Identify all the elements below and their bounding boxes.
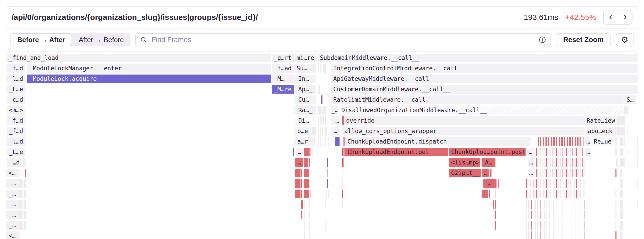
flame-frame[interactable]: _find_and_load	[7, 54, 271, 62]
flame-frame[interactable]	[304, 231, 305, 239]
flame-frame[interactable]	[538, 137, 585, 146]
flame-frame[interactable]	[616, 127, 620, 135]
flame-frame[interactable]: …	[585, 148, 591, 156]
flame-frame[interactable]	[314, 137, 315, 146]
flame-frame[interactable]	[536, 158, 585, 167]
flame-frame[interactable]: _ModuleLock.acquire	[27, 75, 271, 83]
flame-frame[interactable]	[304, 148, 309, 156]
flame-frame[interactable]	[293, 148, 294, 156]
flame-frame[interactable]: _…	[6, 200, 19, 209]
flame-frame[interactable]	[620, 221, 623, 230]
flame-frame[interactable]	[309, 231, 310, 239]
reset-zoom-button[interactable]: Reset Zoom	[556, 33, 611, 46]
flame-frame[interactable]	[19, 221, 23, 230]
flame-frame[interactable]: <…	[6, 231, 18, 239]
flame-frame[interactable]	[320, 64, 321, 73]
search-input[interactable]	[151, 36, 535, 44]
flame-frame[interactable]: …	[331, 127, 339, 135]
flame-frame[interactable]: S…	[624, 95, 636, 104]
flame-frame[interactable]	[295, 169, 301, 177]
flame-frame[interactable]: …	[527, 148, 534, 156]
flame-frame[interactable]	[536, 148, 583, 156]
flame-frame[interactable]	[526, 200, 585, 209]
flame-frame[interactable]: _f…ad	[272, 64, 294, 73]
flame-frame[interactable]	[322, 127, 323, 135]
flame-frame[interactable]	[323, 64, 326, 73]
flame-frame[interactable]: _f…d	[7, 116, 25, 125]
flame-frame[interactable]	[309, 210, 310, 219]
flame-frame[interactable]	[526, 231, 585, 239]
flame-frame[interactable]	[19, 200, 23, 209]
flame-frame[interactable]	[620, 179, 623, 188]
flame-frame[interactable]	[615, 169, 616, 177]
flame-frame[interactable]	[295, 190, 301, 198]
flame-frame[interactable]: _…	[6, 210, 19, 219]
flame-frame[interactable]	[615, 221, 616, 230]
flame-frame[interactable]	[23, 158, 25, 167]
flame-frame[interactable]	[321, 106, 323, 115]
flame-frame[interactable]: <m…>	[7, 106, 25, 115]
flame-frame[interactable]: _l…d	[7, 75, 25, 83]
flame-frame[interactable]: _…	[6, 190, 19, 198]
flame-frame[interactable]	[342, 200, 343, 209]
next-button[interactable]	[618, 10, 632, 24]
flame-frame[interactable]	[323, 116, 324, 125]
flame-frame[interactable]	[318, 137, 319, 146]
flame-frame[interactable]	[615, 231, 616, 239]
flame-frame[interactable]	[342, 190, 343, 198]
flame-frame[interactable]	[325, 137, 326, 146]
flame-frame[interactable]: RatelimitMiddleware.__call__	[331, 95, 624, 104]
flame-frame[interactable]	[620, 169, 622, 177]
flame-frame[interactable]	[620, 231, 623, 239]
flame-frame[interactable]: …	[296, 148, 303, 156]
flame-frame[interactable]: ApiGatewayMiddleware.__call__	[331, 75, 638, 83]
flame-frame[interactable]	[24, 200, 26, 209]
flame-frame[interactable]	[318, 106, 319, 115]
flame-frame[interactable]	[323, 106, 325, 115]
flame-frame[interactable]: override	[344, 116, 585, 125]
flame-frame[interactable]	[327, 158, 328, 167]
flame-frame[interactable]	[495, 200, 496, 209]
flame-frame[interactable]: _L…e	[7, 85, 25, 94]
flame-frame[interactable]	[19, 231, 19, 239]
flame-frame[interactable]	[616, 116, 620, 125]
flame-frame[interactable]	[318, 116, 319, 125]
flame-frame[interactable]	[482, 190, 488, 198]
flame-frame[interactable]	[304, 190, 309, 198]
flame-frame[interactable]	[615, 200, 616, 209]
flame-frame[interactable]: <lis…mp>	[449, 158, 480, 167]
flame-frame[interactable]	[492, 169, 492, 177]
flame-frame[interactable]	[620, 190, 623, 198]
flamegraph[interactable]: _find_and_load_g…rtmi…reSubdomainMiddlew…	[6, 51, 638, 239]
flame-frame[interactable]: o…e	[294, 127, 311, 135]
flame-frame[interactable]: _…d	[7, 158, 22, 167]
flame-frame[interactable]	[495, 190, 495, 198]
flame-frame[interactable]: ChunkUploadEndpoint.dispatch	[345, 137, 531, 146]
flame-frame[interactable]	[328, 190, 329, 198]
flame-frame[interactable]	[342, 158, 343, 167]
flame-frame[interactable]: Di…_	[294, 116, 316, 125]
flame-frame[interactable]	[496, 179, 497, 188]
flame-frame[interactable]	[526, 221, 585, 230]
flame-frame[interactable]	[321, 116, 323, 125]
flame-frame[interactable]	[343, 148, 345, 156]
flame-frame[interactable]	[615, 127, 616, 135]
flame-frame[interactable]	[319, 106, 321, 115]
flame-frame[interactable]	[310, 169, 310, 177]
flame-frame[interactable]: Rate…iew	[586, 116, 615, 125]
flame-frame[interactable]	[620, 127, 623, 135]
flame-frame[interactable]: …	[482, 169, 489, 177]
flame-frame[interactable]	[24, 179, 26, 188]
flame-frame[interactable]	[325, 200, 326, 209]
flame-frame[interactable]	[637, 158, 638, 167]
flame-frame[interactable]	[325, 127, 327, 135]
flame-frame[interactable]	[301, 200, 303, 209]
flame-frame[interactable]: <…	[6, 169, 18, 177]
flame-frame[interactable]: …	[528, 158, 534, 167]
flame-frame[interactable]	[615, 137, 617, 146]
flame-frame[interactable]: …	[528, 169, 534, 177]
flame-frame[interactable]: allow_cors_options_wrapper	[342, 127, 585, 135]
flame-frame[interactable]: mi…re	[294, 54, 316, 62]
flame-frame[interactable]: Gzip…t__	[449, 169, 481, 177]
flame-frame[interactable]	[309, 148, 310, 156]
